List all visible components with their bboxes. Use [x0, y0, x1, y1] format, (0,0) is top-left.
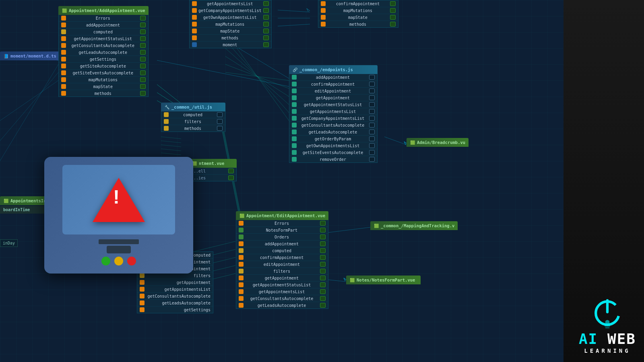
node-row: NotesFormPart [236, 227, 328, 234]
logo-icon [589, 293, 625, 329]
node-row: getLeadsAutocomplete [137, 300, 213, 306]
node-row: editAppointment [236, 261, 328, 268]
node-row: getAppointment [137, 279, 213, 286]
node-row: getCompanyAppointmentsList [289, 115, 377, 122]
svg-line-11 [384, 137, 407, 145]
node-header-breadcrumb: 🟩 Admin/Breadcrumb.vu [407, 138, 469, 147]
node-row: getAppointmentsList [190, 0, 271, 7]
node-header-util: 🔧 _common_/util.js [161, 103, 225, 111]
svg-line-8 [278, 10, 310, 12]
monitor-btn-red[interactable] [127, 257, 136, 265]
svg-line-10 [278, 24, 310, 26]
node-header-notes: 🟩 Notes/NotesFormPart.vue [346, 276, 421, 284]
monitor-base [99, 239, 139, 244]
node-row: mapState [318, 14, 398, 21]
node-row: confirmAppointment [318, 0, 398, 7]
logo-area: AI WEB LEARNING [579, 293, 636, 354]
node-row: editAppointment [289, 88, 377, 95]
node-endpoints[interactable]: 🔗 _common_/endpoints.js addAppointment c… [289, 65, 378, 163]
node-row: getAppointment [236, 275, 328, 282]
node-row: getLeadsAutocomplete [236, 302, 328, 309]
node-row: methods [190, 35, 271, 41]
node-row: getLeadsAutocomplete [289, 129, 377, 136]
node-row: getAppointmentsList [289, 108, 377, 115]
node-header-add-appointment: 🟩 Appointment/AddAppointment.vue [58, 6, 149, 15]
monitor-buttons [101, 257, 136, 265]
ts-icon: 📘 [3, 53, 9, 59]
logo-space [598, 331, 607, 347]
svg-line-18 [225, 48, 289, 105]
node-partial-appointment[interactable]: 🟩 ntment.vue ...ell ...ies [188, 159, 237, 181]
node-row: getConsultantsAutocomplete [289, 122, 377, 129]
node-admin-breadcrumb[interactable]: 🟩 Admin/Breadcrumb.vu [407, 138, 469, 147]
node-row: getConsultantsAutocomplete [59, 42, 148, 49]
svg-line-31 [161, 145, 181, 147]
node-row: getAppointmentStatusList [59, 35, 148, 42]
node-common-util[interactable]: 🔧 _common_/util.js computed filters meth… [161, 103, 225, 132]
svg-line-19 [225, 40, 289, 113]
svg-line-12 [326, 280, 345, 282]
monitor-screen [62, 165, 175, 234]
node-header-endpoints: 🔗 _common_/endpoints.js [289, 65, 378, 74]
node-row: getAppointmentStatusList [289, 101, 377, 108]
node-row: ...ell [189, 168, 236, 175]
node-row: methods [161, 125, 225, 132]
node-notes-form-part[interactable]: 🟩 Notes/NotesFormPart.vue [346, 276, 421, 284]
svg-line-16 [225, 64, 289, 88]
svg-line-23 [0, 64, 58, 161]
logo-ai: AI [579, 331, 598, 347]
node-row: methods [59, 90, 148, 97]
monitor-btn-yellow[interactable] [114, 257, 123, 265]
node-row: Errors [59, 15, 148, 22]
node-row: getConsultantsAutocomplete [137, 293, 213, 300]
svg-line-13 [322, 227, 370, 233]
node-mapping-tracking[interactable]: 🟩 _common_/MappingAndTracking.v [370, 221, 458, 230]
svg-point-36 [605, 320, 610, 325]
node-moment-ts[interactable]: 📘 moment/moment.d.ts [0, 51, 64, 60]
node-row: getAppointment [289, 95, 377, 101]
node-row: getLeadsAutocomplete [59, 49, 148, 56]
node-row: ...ies [189, 175, 236, 181]
warning-triangle-icon [93, 178, 145, 222]
svg-line-22 [0, 72, 58, 141]
node-header-mapping: 🟩 _common_/MappingAndTracking.v [370, 221, 458, 230]
monitor-btn-green[interactable] [101, 257, 110, 265]
svg-rect-38 [605, 327, 610, 329]
svg-rect-37 [605, 325, 610, 327]
node-row: removeOrder [289, 156, 377, 162]
node-row: getSettings [59, 56, 148, 63]
node-top-list[interactable]: getAppointmentsList getCompanyAppointmen… [189, 0, 272, 48]
warning-modal [44, 157, 193, 274]
node-row: getSiteEventsAutocomplete [289, 149, 377, 156]
node-row: confirmAppointment [236, 254, 328, 261]
node-row: Orders [236, 234, 328, 241]
node-row: getCompanyAppointmentsList [190, 7, 271, 14]
main-canvas: 📘 moment/moment.d.ts getAppointmentsList… [0, 0, 644, 362]
node-row: computed [161, 111, 225, 118]
logo-learning: LEARNING [579, 348, 636, 354]
svg-line-32 [161, 149, 181, 151]
node-add-appointment[interactable]: 🟩 Appointment/AddAppointment.vue Errors … [58, 6, 149, 97]
node-row: getSiteAutocomplete [59, 63, 148, 70]
node-row: addAppointment [236, 241, 328, 247]
node-row: computed [59, 29, 148, 35]
svg-line-33 [161, 153, 181, 155]
node-row: getSettings [137, 306, 213, 313]
node-row: getAppointmentStatusList [236, 282, 328, 288]
warning-triangle-container [93, 178, 145, 222]
node-top-right[interactable]: confirmAppointment mapMutations mapState… [318, 0, 398, 28]
node-row: addAppointment [59, 22, 148, 29]
svg-line-15 [225, 72, 289, 80]
node-row: getAppointmentsList [137, 286, 213, 293]
node-header-edit-appointment: 🟩 Appointment/EditAppointment.vue [236, 211, 328, 220]
svg-line-17 [225, 56, 289, 97]
node-header-moment: 📘 moment/moment.d.ts [0, 51, 64, 60]
node-row: moment [190, 41, 271, 48]
node-edit-appointment[interactable]: 🟩 Appointment/EditAppointment.vue Errors… [236, 211, 328, 309]
node-row: getOwnAppointmentsList [190, 14, 271, 21]
node-row: addAppointment [289, 74, 377, 81]
monitor-stand [107, 246, 131, 253]
node-row: filters [236, 268, 328, 275]
node-row: Errors [236, 220, 328, 227]
node-header-partial: 🟩 ntment.vue [188, 159, 237, 168]
